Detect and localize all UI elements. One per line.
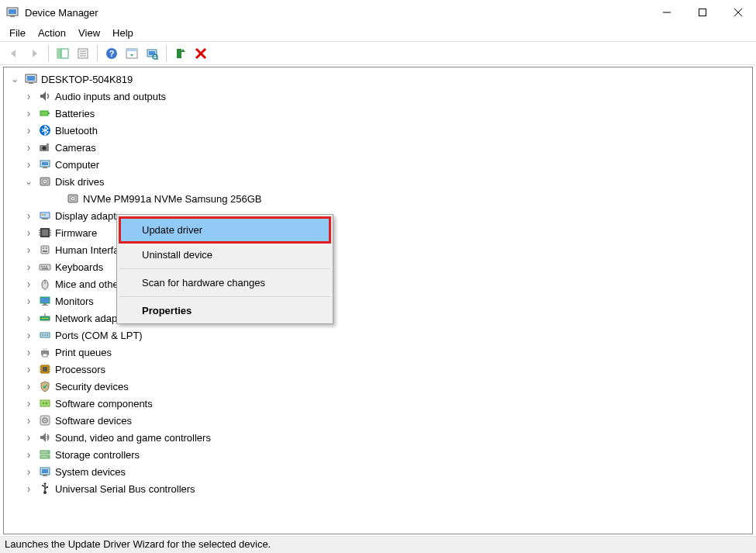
svg-point-46 (44, 214, 46, 216)
disk-icon (66, 192, 80, 206)
expand-icon[interactable] (22, 226, 35, 239)
expand-icon[interactable] (22, 482, 35, 495)
cpu-icon (38, 362, 52, 376)
toolbar-action-list-button[interactable] (123, 44, 141, 63)
context-separator (119, 296, 330, 297)
context-uninstall-device[interactable]: Uninstall device (119, 244, 331, 266)
expand-icon[interactable] (22, 261, 35, 273)
svg-rect-17 (126, 49, 137, 51)
toolbar-separator (97, 45, 98, 62)
node-label: Monitors (55, 296, 94, 307)
display-adapter-icon (38, 209, 52, 223)
expand-icon[interactable] (22, 295, 35, 307)
toolbar-update-driver-button[interactable] (171, 44, 190, 63)
tree-category-node[interactable]: Storage controllers (4, 446, 752, 463)
node-label: Disk drives (55, 176, 105, 188)
expand-icon[interactable] (22, 175, 35, 188)
maximize-button[interactable] (685, 0, 720, 25)
toolbar-scan-button[interactable] (143, 44, 161, 63)
expand-icon[interactable] (22, 209, 35, 222)
menu-file[interactable]: File (3, 26, 32, 40)
bluetooth-icon (38, 123, 52, 137)
svg-rect-61 (43, 266, 45, 268)
expand-icon[interactable] (22, 329, 35, 341)
node-label: Firmware (55, 227, 97, 239)
node-label: DESKTOP-504K819 (41, 74, 133, 85)
computer-icon (38, 157, 52, 171)
svg-point-42 (72, 198, 74, 199)
tree-category-node[interactable]: Universal Serial Bus controllers (4, 480, 752, 497)
svg-rect-63 (42, 268, 48, 270)
tree-category-node[interactable]: Bluetooth (4, 122, 752, 139)
node-label: Storage controllers (55, 449, 140, 461)
expand-icon[interactable] (22, 312, 35, 324)
svg-rect-28 (40, 111, 48, 116)
tree-category-node[interactable]: Print queues (4, 344, 752, 361)
expand-icon[interactable] (22, 158, 35, 171)
context-update-driver[interactable]: Update driver (121, 219, 329, 241)
tree-category-node[interactable]: Disk drives (4, 173, 752, 190)
svg-point-32 (43, 147, 47, 150)
tree-category-node[interactable]: Security devices (4, 378, 752, 395)
context-properties[interactable]: Properties (119, 299, 331, 322)
tree-category-node[interactable]: Sound, video and game controllers (4, 429, 752, 446)
component-icon (38, 396, 52, 410)
expand-icon[interactable] (22, 90, 35, 102)
expand-icon[interactable] (22, 141, 35, 154)
context-scan-hardware[interactable]: Scan for hardware changes (119, 271, 331, 294)
svg-rect-100 (42, 469, 48, 473)
tree-category-node[interactable]: Audio inputs and outputs (4, 88, 752, 105)
expand-icon[interactable] (22, 380, 35, 392)
expand-icon[interactable] (22, 448, 35, 461)
toolbar-uninstall-button[interactable] (192, 44, 210, 63)
toolbar-forward-button[interactable] (25, 44, 43, 63)
tree-category-node[interactable]: Software components (4, 395, 752, 412)
tree-category-node[interactable]: Cameras (4, 139, 752, 156)
expand-icon[interactable] (22, 107, 35, 119)
menu-help[interactable]: Help (106, 26, 140, 40)
expand-icon[interactable] (22, 124, 35, 137)
expand-icon[interactable] (22, 431, 35, 444)
toolbar-show-hide-button[interactable] (54, 44, 72, 63)
context-separator (119, 268, 330, 269)
toolbar-help-button[interactable]: ? (102, 44, 121, 63)
tree-device-node[interactable]: NVMe PM991a NVMe Samsung 256GB (4, 190, 752, 207)
node-label: Ports (COM & LPT) (55, 330, 143, 341)
expand-icon[interactable] (22, 363, 35, 375)
menu-action[interactable]: Action (32, 26, 72, 40)
tree-root-node[interactable]: DESKTOP-504K819 (4, 71, 752, 88)
minimize-button[interactable] (649, 0, 685, 25)
menu-view[interactable]: View (72, 26, 106, 40)
svg-point-90 (43, 403, 45, 405)
tree-category-node[interactable]: Software devices (4, 412, 752, 429)
system-icon (38, 465, 52, 479)
toolbar-properties-button[interactable] (74, 44, 92, 63)
close-button[interactable] (720, 0, 756, 25)
svg-rect-36 (43, 167, 47, 168)
toolbar-back-button[interactable] (5, 44, 23, 63)
expand-icon[interactable] (22, 346, 35, 358)
expand-icon[interactable] (22, 278, 35, 290)
printer-icon (38, 345, 52, 359)
tree-category-node[interactable]: Ports (COM & LPT) (4, 327, 752, 344)
node-label: Cameras (55, 142, 96, 154)
tree-category-node[interactable]: Batteries (4, 105, 752, 122)
svg-rect-82 (43, 367, 47, 372)
expand-icon[interactable] (9, 73, 21, 85)
expand-icon[interactable] (22, 465, 35, 478)
tree-category-node[interactable]: System devices (4, 463, 752, 480)
toolbar: ? (0, 42, 756, 65)
tree-category-node[interactable]: Computer (4, 156, 752, 173)
svg-rect-26 (27, 76, 35, 81)
battery-icon (38, 106, 52, 120)
expand-icon[interactable] (22, 397, 35, 410)
context-update-highlight: Update driver (119, 216, 331, 244)
expand-icon[interactable] (22, 244, 35, 256)
expand-icon[interactable] (22, 414, 35, 427)
svg-point-98 (47, 456, 49, 458)
svg-rect-27 (29, 82, 33, 84)
usb-icon (38, 482, 52, 496)
network-icon (38, 311, 52, 325)
svg-point-76 (44, 334, 46, 336)
tree-category-node[interactable]: Processors (4, 361, 752, 378)
